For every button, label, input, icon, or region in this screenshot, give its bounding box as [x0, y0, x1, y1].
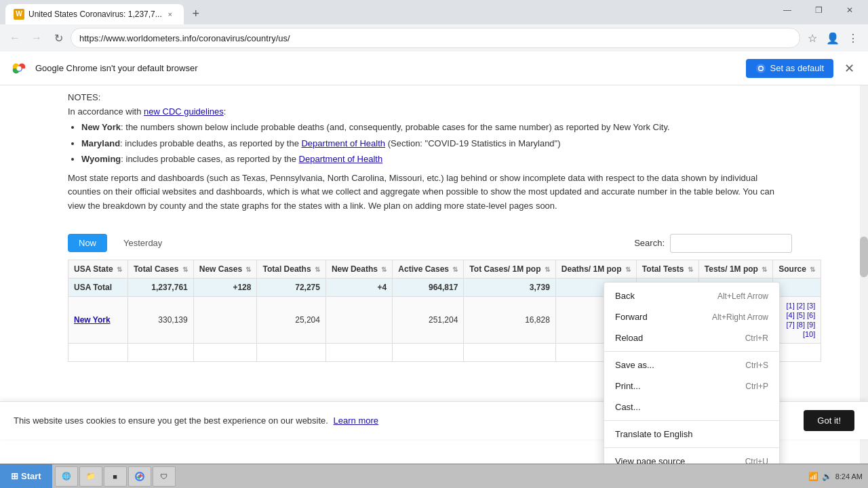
close-tab-button[interactable]: ×: [165, 9, 176, 20]
taskbar-items: 🌐 📁 ■ 🛡: [52, 464, 803, 488]
col-tests-1m[interactable]: Tests/ 1M pop ⇅: [698, 260, 772, 278]
cell-tot-cases-1m-total: 3,739: [464, 278, 555, 296]
maximize-button[interactable]: ❒: [803, 0, 834, 20]
cell-total-cases-total: 1,237,761: [127, 278, 193, 296]
now-button[interactable]: Now: [68, 234, 107, 252]
context-menu-cast[interactable]: Cast...: [604, 396, 779, 418]
sound-tray-icon: 🔊: [822, 471, 833, 482]
context-menu-forward-label: Forward: [615, 312, 648, 322]
reload-button[interactable]: ↻: [49, 28, 68, 47]
col-tot-cases-1m[interactable]: Tot Cases/ 1M pop ⇅: [464, 260, 555, 278]
cell-new-cases-total: +128: [193, 278, 257, 296]
chrome-logo-icon: [11, 60, 27, 77]
windows-icon: ⊞: [11, 471, 18, 481]
bookmark-button[interactable]: ☆: [803, 28, 822, 47]
context-menu-save-label: Save as...: [615, 360, 654, 370]
cell-active-cases-total: 964,817: [393, 278, 464, 296]
taskbar-explorer[interactable]: 📁: [79, 466, 102, 487]
bullet-wyoming: Wyoming: includes probable cases, as rep…: [81, 152, 792, 166]
context-menu-print-label: Print...: [615, 381, 641, 391]
shield-taskbar-icon: 🛡: [159, 471, 170, 482]
context-menu-view-source[interactable]: View page source Ctrl+U: [604, 451, 779, 464]
col-deaths-1m[interactable]: Deaths/ 1M pop ⇅: [555, 260, 636, 278]
bullet-maryland: Maryland: includes probable deaths, as r…: [81, 137, 792, 150]
back-button[interactable]: ←: [5, 28, 24, 47]
cell-total-deaths-newyork: 25,204: [257, 296, 326, 343]
context-menu: Back Alt+Left Arrow Forward Alt+Right Ar…: [604, 282, 780, 464]
context-menu-print-shortcut: Ctrl+P: [745, 382, 768, 391]
col-total-tests[interactable]: Total Tests ⇅: [636, 260, 698, 278]
cell-empty-6: [464, 343, 555, 361]
svg-point-4: [759, 66, 762, 70]
context-menu-divider-1: [604, 351, 779, 352]
profile-button[interactable]: 👤: [823, 28, 842, 47]
menu-button[interactable]: ⋮: [844, 28, 863, 47]
sort-icon-tests-1m: ⇅: [762, 266, 767, 273]
scrollbar-thumb[interactable]: [860, 237, 868, 277]
taskbar-terminal[interactable]: ■: [104, 466, 127, 487]
cookie-learn-more-link[interactable]: Learn more: [334, 415, 378, 426]
forward-button[interactable]: →: [27, 28, 46, 47]
close-window-button[interactable]: ✕: [834, 0, 865, 20]
svg-point-1: [17, 66, 22, 70]
cell-source-newyork[interactable]: [1] [2] [3] [4] [5] [6] [7] [8] [9] [10]: [773, 296, 821, 343]
context-menu-translate-label: Translate to English: [615, 429, 692, 439]
col-source[interactable]: Source ⇅: [773, 260, 821, 278]
taskbar-shield[interactable]: 🛡: [153, 466, 176, 487]
maryland-doh-link[interactable]: Department of Health: [301, 138, 385, 148]
col-total-deaths[interactable]: Total Deaths ⇅: [257, 260, 326, 278]
cell-active-cases-newyork: 251,204: [393, 296, 464, 343]
chrome-taskbar-icon: [134, 471, 145, 482]
ie-icon: 🌐: [61, 471, 72, 482]
bullet-maryland-label: Maryland: [81, 138, 120, 148]
cell-empty-1: [127, 343, 193, 361]
col-active-cases[interactable]: Active Cases ⇅: [393, 260, 464, 278]
taskbar-ie[interactable]: 🌐: [55, 466, 78, 487]
banner-close-button[interactable]: ✕: [842, 58, 857, 79]
start-button[interactable]: ⊞ Start: [0, 464, 52, 489]
context-menu-forward[interactable]: Forward Alt+Right Arrow: [604, 306, 779, 327]
notes-section: NOTES: In accordance with new CDC guidel…: [14, 85, 846, 227]
cdc-guidelines-link[interactable]: new CDC guidelines: [144, 106, 224, 117]
sort-icon-total-deaths: ⇅: [315, 266, 320, 273]
set-default-label: Set as default: [770, 63, 825, 73]
context-menu-reload[interactable]: Reload Ctrl+R: [604, 327, 779, 348]
cell-empty-10: [773, 343, 821, 361]
search-label: Search:: [634, 238, 665, 248]
set-default-button[interactable]: Set as default: [746, 59, 834, 78]
cell-new-deaths-newyork: [326, 296, 392, 343]
minimize-button[interactable]: —: [772, 0, 803, 20]
context-menu-back[interactable]: Back Alt+Left Arrow: [604, 285, 779, 306]
sort-icon-active-cases: ⇅: [452, 266, 458, 273]
context-menu-translate[interactable]: Translate to English: [604, 424, 779, 445]
context-menu-save[interactable]: Save as... Ctrl+S: [604, 354, 779, 375]
cell-state-newyork[interactable]: New York: [68, 296, 128, 343]
wyoming-doh-link[interactable]: Department of Health: [299, 154, 383, 164]
yesterday-button[interactable]: Yesterday: [113, 234, 173, 252]
newyork-source-links[interactable]: [1] [2] [3] [4] [5] [6] [7] [8] [9] [10]: [786, 302, 815, 338]
col-new-cases[interactable]: New Cases ⇅: [193, 260, 257, 278]
taskbar-chrome[interactable]: [128, 466, 151, 487]
desc-paragraph: Most state reports and dashboards (such …: [68, 171, 792, 214]
browser-tab[interactable]: W United States Coronavirus: 1,237,7... …: [5, 4, 184, 24]
default-browser-text: Google Chrome isn't your default browser: [35, 63, 738, 73]
cell-state-partial: [68, 343, 128, 361]
explorer-icon: 📁: [85, 471, 96, 482]
context-menu-print[interactable]: Print... Ctrl+P: [604, 375, 779, 396]
context-menu-divider-3: [604, 447, 779, 448]
sort-icon-new-cases: ⇅: [245, 266, 251, 273]
cell-new-cases-newyork: [193, 296, 257, 343]
col-new-deaths[interactable]: New Deaths ⇅: [326, 260, 392, 278]
cell-empty-5: [393, 343, 464, 361]
context-menu-reload-label: Reload: [615, 333, 643, 343]
new-tab-button[interactable]: +: [186, 4, 205, 23]
search-input[interactable]: [670, 234, 792, 253]
tab-title: United States Coronavirus: 1,237,7...: [28, 9, 162, 19]
set-default-icon: [755, 63, 766, 74]
url-bar[interactable]: https://www.worldometers.info/coronaviru…: [71, 28, 800, 48]
bullet-newyork-label: New York: [81, 122, 121, 132]
cookie-got-it-button[interactable]: Got it!: [804, 410, 854, 431]
col-total-cases[interactable]: Total Cases ⇅: [127, 260, 193, 278]
page-content: NOTES: In accordance with new CDC guidel…: [0, 85, 868, 464]
col-usa-state[interactable]: USA State ⇅: [68, 260, 128, 278]
